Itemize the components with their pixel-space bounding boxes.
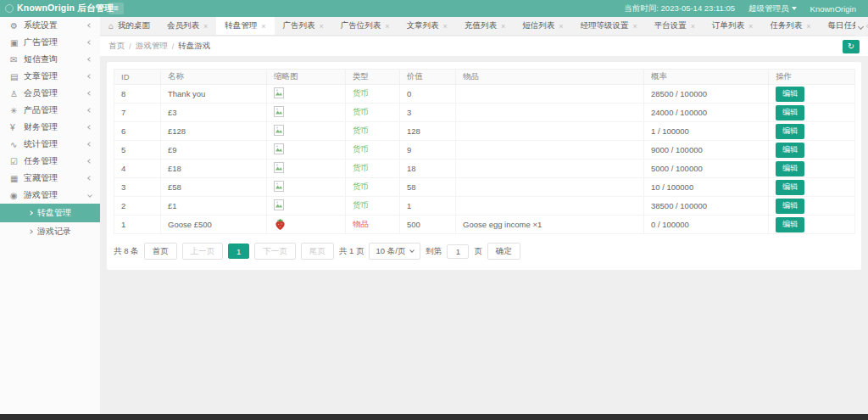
cell-actions: 编辑 bbox=[769, 160, 855, 178]
page-1-button[interactable]: 1 bbox=[228, 244, 249, 259]
close-icon[interactable]: × bbox=[806, 22, 810, 31]
tab-任务列表[interactable]: 任务列表× bbox=[761, 17, 819, 35]
close-icon[interactable]: × bbox=[320, 22, 324, 31]
breadcrumb: 首页 / 游戏管理 / 转盘游戏 ↻ bbox=[100, 36, 868, 56]
cell-id: 8 bbox=[114, 85, 161, 104]
close-icon[interactable]: × bbox=[501, 22, 505, 31]
sidebar-item-user[interactable]: ♙会员管理 bbox=[0, 85, 100, 102]
sidebar-item-stats[interactable]: ∿统计管理 bbox=[0, 136, 100, 153]
close-icon[interactable]: × bbox=[203, 22, 208, 31]
close-icon[interactable]: × bbox=[559, 22, 563, 31]
edit-button[interactable]: 编辑 bbox=[776, 87, 804, 102]
edit-button[interactable]: 编辑 bbox=[776, 124, 804, 139]
username[interactable]: KnownOrigin bbox=[810, 4, 856, 14]
chevron-down-icon bbox=[87, 193, 92, 198]
tab-会员列表[interactable]: 会员列表× bbox=[159, 17, 216, 35]
goto-page-input[interactable] bbox=[447, 244, 469, 259]
tab-label: 广告列表 bbox=[283, 20, 315, 31]
sidebar-item-gear[interactable]: ⚙系统设置 bbox=[0, 17, 100, 34]
confirm-button[interactable]: 确定 bbox=[487, 243, 520, 260]
cell-name: £3 bbox=[161, 104, 267, 122]
cell-item bbox=[456, 160, 644, 178]
sidebar-subitem[interactable]: 转盘管理 bbox=[0, 204, 100, 222]
edit-button[interactable]: 编辑 bbox=[776, 180, 804, 195]
gear-icon: ⚙ bbox=[10, 21, 24, 31]
sidebar-item-product[interactable]: ✳产品管理 bbox=[0, 102, 100, 119]
tabs-overflow-button[interactable] bbox=[855, 17, 866, 36]
tab-我的桌面[interactable]: ⌂我的桌面 bbox=[100, 17, 159, 35]
cell-value: 3 bbox=[400, 104, 456, 122]
breadcrumb-section[interactable]: 游戏管理 bbox=[136, 41, 168, 52]
cell-actions: 编辑 bbox=[769, 104, 855, 122]
chevron-down-icon bbox=[409, 248, 415, 253]
sidebar-subitem-label: 转盘管理 bbox=[37, 207, 71, 219]
sidebar-item-finance[interactable]: ¥财务管理 bbox=[0, 119, 100, 136]
first-page-button[interactable]: 首页 bbox=[144, 243, 177, 260]
close-icon[interactable]: × bbox=[261, 22, 265, 31]
tab-label: 文章列表 bbox=[407, 20, 439, 31]
chevron-left-icon bbox=[87, 23, 92, 28]
tab-文章列表[interactable]: 文章列表× bbox=[398, 17, 456, 35]
tab-经理等级设置[interactable]: 经理等级设置× bbox=[571, 17, 645, 35]
table-row: 3£58货币5810 / 100000编辑 bbox=[114, 178, 855, 197]
last-page-button[interactable]: 尾页 bbox=[301, 243, 334, 260]
sidebar-item-article[interactable]: ▤文章管理 bbox=[0, 68, 100, 85]
cell-thumbnail bbox=[267, 178, 346, 197]
cell-type: 货币 bbox=[346, 178, 400, 197]
page-size-select[interactable]: 10 条/页 bbox=[369, 243, 420, 260]
column-header: 缩略图 bbox=[267, 70, 346, 85]
cell-id: 3 bbox=[114, 178, 161, 197]
tab-充值列表[interactable]: 充值列表× bbox=[456, 17, 514, 35]
cell-value: 0 bbox=[400, 85, 456, 104]
cell-value: 500 bbox=[400, 216, 456, 234]
home-icon: ⌂ bbox=[108, 21, 114, 31]
column-header: 概率 bbox=[644, 70, 769, 85]
tab-转盘管理[interactable]: 转盘管理× bbox=[216, 17, 274, 35]
broken-image bbox=[274, 147, 284, 156]
table-row: 5£9货币99000 / 100000编辑 bbox=[114, 141, 855, 160]
cell-type: 货币 bbox=[346, 160, 400, 178]
tab-订单列表[interactable]: 订单列表× bbox=[704, 17, 761, 35]
close-icon[interactable]: × bbox=[385, 22, 389, 31]
edit-button[interactable]: 编辑 bbox=[776, 217, 804, 232]
sidebar-item-treasure[interactable]: ▦宝藏管理 bbox=[0, 170, 100, 187]
next-page-button[interactable]: 下一页 bbox=[254, 243, 296, 260]
refresh-button[interactable]: ↻ bbox=[843, 40, 860, 53]
close-icon[interactable]: × bbox=[632, 22, 637, 31]
edit-button[interactable]: 编辑 bbox=[776, 161, 804, 176]
cell-name: Goose £500 bbox=[161, 216, 267, 234]
close-icon[interactable]: × bbox=[443, 22, 448, 31]
cell-thumbnail bbox=[267, 85, 346, 104]
edit-button[interactable]: 编辑 bbox=[776, 143, 804, 158]
tab-短信列表[interactable]: 短信列表× bbox=[514, 17, 571, 35]
sidebar-item-image[interactable]: ▣广告管理 bbox=[0, 34, 100, 51]
sidebar-item-game[interactable]: ◉游戏管理 bbox=[0, 187, 100, 204]
product-icon: ✳ bbox=[10, 106, 24, 115]
cell-actions: 编辑 bbox=[769, 141, 855, 160]
table-row: 1Goose £500物品500Goose egg income ×10 / 1… bbox=[114, 216, 855, 234]
close-icon[interactable]: × bbox=[748, 22, 753, 31]
strawberry-image bbox=[274, 223, 287, 232]
goto-suffix: 页 bbox=[474, 246, 482, 257]
tab-平台设置[interactable]: 平台设置× bbox=[646, 17, 704, 35]
sidebar-toggle-icon[interactable]: ≡ bbox=[108, 3, 124, 14]
sidebar-item-mail[interactable]: ✉短信查询 bbox=[0, 51, 100, 68]
cell-name: £58 bbox=[161, 178, 267, 197]
tab-广告列表[interactable]: 广告列表× bbox=[275, 17, 332, 35]
sidebar-subitem[interactable]: 游戏记录 bbox=[0, 222, 100, 241]
edit-button[interactable]: 编辑 bbox=[776, 199, 804, 214]
prev-page-button[interactable]: 上一页 bbox=[182, 243, 224, 260]
cell-name: £18 bbox=[161, 160, 267, 178]
role-dropdown[interactable]: 超级管理员 bbox=[748, 3, 797, 14]
cell-rate: 38500 / 100000 bbox=[644, 197, 769, 216]
cell-thumbnail bbox=[267, 104, 346, 122]
cell-item bbox=[456, 104, 644, 122]
sidebar-item-task[interactable]: ☑任务管理 bbox=[0, 153, 100, 170]
column-header: 名称 bbox=[161, 70, 267, 85]
edit-button[interactable]: 编辑 bbox=[776, 105, 804, 120]
cell-rate: 0 / 100000 bbox=[644, 216, 769, 234]
breadcrumb-home[interactable]: 首页 bbox=[108, 41, 125, 52]
close-icon[interactable]: × bbox=[691, 22, 695, 31]
cell-thumbnail bbox=[267, 216, 346, 234]
tab-广告位列表[interactable]: 广告位列表× bbox=[332, 17, 398, 35]
